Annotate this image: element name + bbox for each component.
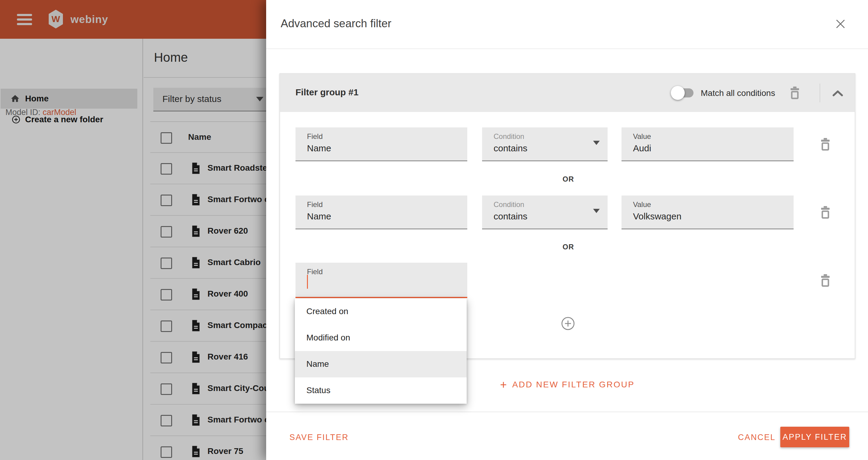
dropdown-option-status[interactable]: Status (295, 377, 467, 404)
match-all-label: Match all conditions (701, 88, 775, 98)
delete-group-icon[interactable] (790, 87, 800, 99)
chevron-down-icon (593, 141, 600, 145)
condition-label: Condition (494, 200, 524, 209)
condition-value: contains (494, 211, 527, 222)
field-input-row1[interactable]: Field Name (296, 127, 467, 161)
text-cursor (307, 275, 308, 289)
drawer-footer: SAVE FILTER CANCEL APPLY FILTER (266, 411, 868, 460)
match-all-toggle[interactable] (672, 88, 693, 97)
filter-group-header: Filter group #1 Match all conditions (280, 74, 855, 112)
dropdown-option-name[interactable]: Name (295, 351, 467, 377)
chevron-down-icon (593, 209, 600, 213)
value-label: Value (633, 132, 651, 141)
collapse-group-icon[interactable] (832, 90, 844, 97)
value-input-row1[interactable]: Value Audi (621, 127, 794, 161)
dropdown-option-created-on[interactable]: Created on (295, 298, 467, 325)
condition-select-row2[interactable]: Condition contains (482, 196, 608, 229)
delete-condition-row2-icon[interactable] (820, 206, 831, 219)
add-new-filter-group-button[interactable]: + ADD NEW FILTER GROUP (500, 379, 634, 391)
dropdown-option-modified-on[interactable]: Modified on (295, 325, 467, 351)
value-value: Audi (633, 143, 651, 153)
or-separator: OR (562, 175, 574, 183)
drawer-title: Advanced search filter (281, 17, 391, 30)
delete-condition-row3-icon[interactable] (820, 274, 831, 287)
toggle-knob (671, 86, 685, 100)
condition-label: Condition (494, 132, 524, 141)
plus-icon: + (500, 379, 506, 391)
field-input-row3[interactable]: Field (296, 263, 467, 298)
field-options-dropdown: Created on Modified on Name Status (295, 298, 467, 404)
save-filter-button[interactable]: SAVE FILTER (289, 433, 349, 442)
condition-select-row1[interactable]: Condition contains (482, 127, 608, 161)
close-icon[interactable] (834, 18, 847, 30)
app-root: W webiny Car Model Model ID: carModel Ho… (0, 0, 868, 460)
cancel-button[interactable]: CANCEL (738, 433, 776, 442)
field-label: Field (307, 200, 323, 209)
add-condition-icon[interactable] (561, 317, 575, 330)
filter-group-title: Filter group #1 (296, 87, 359, 97)
field-label: Field (307, 132, 323, 141)
field-input-row2[interactable]: Field Name (296, 196, 467, 229)
advanced-search-filter-drawer: Advanced search filter Filter group #1 M… (266, 0, 868, 460)
value-input-row2[interactable]: Value Volkswagen (621, 196, 794, 229)
field-value: Name (307, 143, 331, 153)
delete-condition-row1-icon[interactable] (820, 138, 831, 151)
value-label: Value (633, 200, 651, 209)
value-value: Volkswagen (633, 211, 681, 222)
field-label: Field (307, 267, 323, 276)
field-value: Name (307, 211, 331, 222)
header-divider (819, 84, 820, 102)
apply-filter-button[interactable]: APPLY FILTER (780, 427, 849, 447)
condition-value: contains (494, 143, 527, 153)
or-separator: OR (562, 243, 574, 251)
drawer-header-divider (266, 49, 868, 49)
